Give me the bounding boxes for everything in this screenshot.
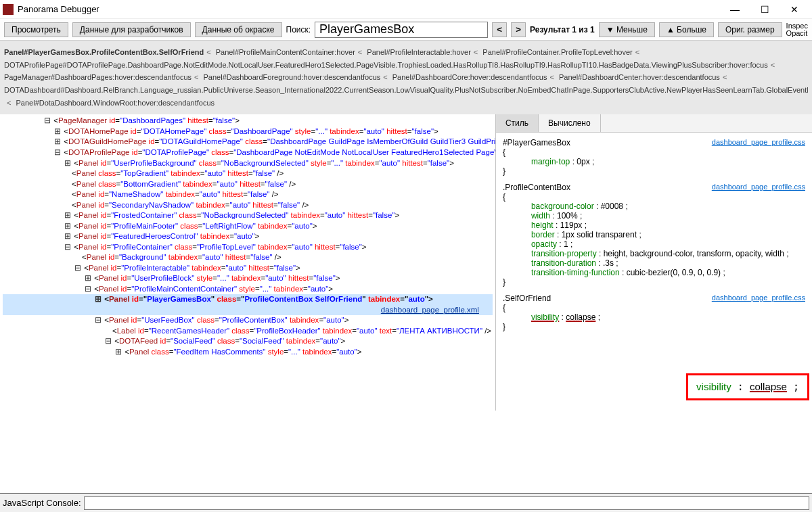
search-label: Поиск: [286,25,311,34]
css-rules: dashboard_page_profile.css#PlayerGamesBo… [496,133,812,344]
selected-node[interactable]: ⊞ <Panel id="PlayerGamesBox" class="Prof… [3,294,493,315]
less-button[interactable]: ▼ Меньше [599,22,655,37]
breadcrumb-item[interactable]: Panel#ProfileContainer.ProfileTopLevel:h… [482,48,632,56]
content-area: ⊟ <PageManager id="DashboardPages" hitte… [0,114,812,411]
styles-tabs: Стиль Вычислено [496,114,812,133]
breadcrumb-item[interactable]: Panel#ProfileInteractable:hover [367,48,470,56]
tab-computed[interactable]: Вычислено [539,114,601,132]
css-source-link[interactable]: dashboard_page_profile.css [712,294,805,302]
breadcrumb-item[interactable]: Panel#DashboardCenter:hover:descendantfo… [559,73,720,81]
titlebar: Panorama Debugger — ☐ ✕ [0,0,812,19]
more-button[interactable]: ▲ Больше [659,22,714,37]
colordata-button[interactable]: Данные об окраске [195,22,282,37]
console-input[interactable] [84,496,809,510]
breadcrumb-item[interactable]: Panel#ProfileMainContentContainer:hover [216,48,355,56]
js-console: JavaScript Console: [0,493,812,512]
breadcrumb-trail: Panel#PlayerGamesBox.ProfileContentBox.S… [0,41,812,114]
toolbar: Просмотреть Данные для разработчиков Дан… [0,19,812,41]
next-button[interactable]: > [511,22,526,37]
breadcrumb-item[interactable]: DOTADashboard#Dashboard.RelBranch.Langua… [4,86,808,94]
breadcrumb-item[interactable]: Panel#DashboardForeground:hover:descenda… [204,73,381,81]
result-text: Результат 1 из 1 [530,25,595,34]
window-title: Panorama Debugger [18,4,720,14]
search-input[interactable] [315,22,488,38]
origsize-button[interactable]: Ориг. размер [718,22,782,37]
console-label: JavaScript Console: [3,498,81,508]
tab-style[interactable]: Стиль [496,114,539,132]
inspector-opacity[interactable]: InspecOpacit [786,22,808,37]
app-logo [3,4,14,15]
css-source-link[interactable]: dashboard_page_profile.css [712,138,805,146]
breadcrumb-item[interactable]: Panel#PlayerGamesBox.ProfileContentBox.S… [4,48,204,56]
breadcrumb-item[interactable]: Panel#DashboardCore:hover:descendantfocu… [392,73,547,81]
close-button[interactable]: ✕ [780,0,809,19]
xml-source-link[interactable]: dashboard_page_profile.xml [381,305,479,316]
prev-button[interactable]: < [492,22,507,37]
breadcrumb-item[interactable]: DOTAProfilePage#DOTAProfilePage.Dashboar… [4,61,768,69]
breadcrumb-item[interactable]: Panel#DotaDashboard.WindowRoot:hover:des… [16,99,215,107]
view-button[interactable]: Просмотреть [4,22,68,37]
maximize-button[interactable]: ☐ [750,0,780,19]
dom-tree[interactable]: ⊟ <PageManager id="DashboardPages" hitte… [0,114,495,411]
styles-panel: Стиль Вычислено dashboard_page_profile.c… [495,114,812,411]
devdata-button[interactable]: Данные для разработчиков [72,22,191,37]
minimize-button[interactable]: — [720,0,750,19]
breadcrumb-item[interactable]: PageManager#DashboardPages:hover:descend… [4,73,191,81]
css-source-link[interactable]: dashboard_page_profile.css [712,183,805,191]
callout-box: visibility : collapse ; [686,373,809,400]
